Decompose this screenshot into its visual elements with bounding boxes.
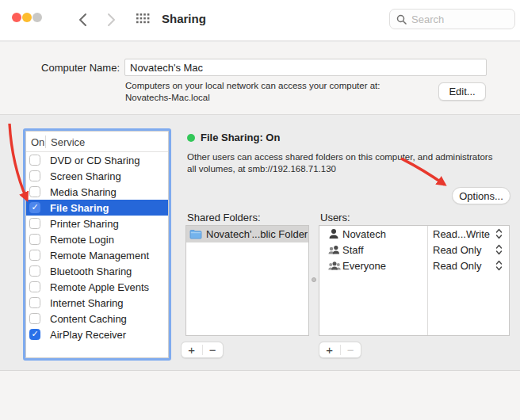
folder-icon bbox=[189, 229, 202, 239]
computer-name-section: Computer Name: Computers on your local n… bbox=[0, 42, 520, 115]
column-header-on: On bbox=[31, 136, 44, 148]
checkbox[interactable] bbox=[29, 170, 40, 181]
user-row-everyone[interactable]: Everyone Read Only bbox=[319, 258, 509, 273]
service-row-printer-sharing[interactable]: Printer Sharing bbox=[26, 216, 168, 231]
shared-folder-name: Novatech'...blic Folder bbox=[206, 228, 308, 240]
checkbox[interactable] bbox=[29, 265, 40, 277]
permission-value[interactable]: Read Only bbox=[433, 244, 481, 256]
checkbox[interactable] bbox=[29, 281, 40, 292]
options-button[interactable]: Options... bbox=[452, 187, 510, 204]
service-row-screen-sharing[interactable]: Screen Sharing bbox=[26, 168, 168, 184]
checkbox[interactable] bbox=[29, 234, 40, 245]
search-input[interactable] bbox=[411, 13, 499, 25]
close-window-button[interactable] bbox=[12, 13, 21, 22]
bottom-bar: ? bbox=[0, 370, 520, 420]
column-resize-handle[interactable] bbox=[312, 277, 316, 282]
services-list-header: On Service bbox=[26, 132, 168, 152]
status-green-dot-icon bbox=[187, 134, 195, 142]
permission-stepper-icon[interactable] bbox=[495, 244, 503, 255]
service-row-internet-sharing[interactable]: Internet Sharing bbox=[26, 295, 168, 311]
file-sharing-status: File Sharing: On bbox=[201, 132, 280, 143]
edit-button[interactable]: Edit... bbox=[438, 82, 486, 101]
user-name: Staff bbox=[342, 244, 364, 256]
service-row-airplay-receiver[interactable]: AirPlay Receiver bbox=[26, 326, 168, 342]
local-network-description: Computers on your local network can acce… bbox=[125, 80, 380, 104]
page-title: Sharing bbox=[162, 12, 206, 25]
permission-stepper-icon[interactable] bbox=[495, 260, 503, 271]
service-row-remote-management[interactable]: Remote Management bbox=[26, 247, 168, 263]
service-row-media-sharing[interactable]: Media Sharing bbox=[26, 184, 168, 200]
file-sharing-description: Other users can access shared folders on… bbox=[187, 151, 492, 175]
checkbox[interactable] bbox=[29, 297, 40, 308]
toolbar: Sharing bbox=[0, 0, 520, 41]
service-row-file-sharing[interactable]: File Sharing bbox=[26, 200, 168, 216]
service-row-bluetooth-sharing[interactable]: Bluetooth Sharing bbox=[26, 263, 168, 279]
user-row-staff[interactable]: Staff Read Only bbox=[319, 242, 509, 258]
permission-value[interactable]: Read...Write bbox=[433, 228, 490, 240]
user-row-novatech[interactable]: Novatech Read...Write bbox=[319, 226, 509, 242]
shared-folders-list[interactable]: Novatech'...blic Folder bbox=[185, 225, 309, 336]
minimize-window-button[interactable] bbox=[22, 13, 32, 22]
remove-user-button[interactable]: − bbox=[341, 342, 361, 357]
checkbox[interactable] bbox=[29, 202, 40, 213]
user-name: Novatech bbox=[342, 228, 386, 240]
checkbox[interactable] bbox=[29, 186, 40, 197]
remove-folder-button[interactable]: − bbox=[203, 342, 224, 357]
add-folder-button[interactable]: + bbox=[182, 342, 202, 357]
users-add-remove: + − bbox=[319, 342, 361, 358]
computer-name-input[interactable] bbox=[124, 59, 487, 76]
shared-folders-add-remove: + − bbox=[181, 342, 224, 358]
chevron-right-icon bbox=[107, 13, 116, 27]
chevron-left-icon bbox=[78, 13, 87, 27]
user-name: Everyone bbox=[342, 260, 386, 272]
zoom-window-button bbox=[32, 13, 42, 22]
column-header-service: Service bbox=[51, 136, 85, 148]
back-button[interactable] bbox=[73, 10, 92, 30]
shared-folder-row[interactable]: Novatech'...blic Folder bbox=[186, 226, 308, 242]
permission-value[interactable]: Read Only bbox=[433, 260, 481, 272]
checkbox[interactable] bbox=[29, 329, 40, 340]
search-icon bbox=[396, 14, 407, 25]
checkbox[interactable] bbox=[29, 218, 40, 229]
add-user-button[interactable]: + bbox=[319, 342, 340, 357]
show-all-grid-icon[interactable] bbox=[136, 13, 150, 27]
shared-folders-label: Shared Folders: bbox=[187, 212, 261, 223]
users-label: Users: bbox=[320, 212, 350, 223]
checkbox[interactable] bbox=[29, 250, 40, 261]
sharing-preferences-window: { "window": { "title": "Sharing" }, "too… bbox=[0, 0, 520, 420]
services-list: On Service DVD or CD Sharing Screen Shar… bbox=[23, 128, 171, 361]
forward-button[interactable] bbox=[101, 10, 120, 30]
single-user-icon bbox=[328, 228, 339, 239]
column-divider bbox=[45, 136, 46, 148]
service-row-remote-login[interactable]: Remote Login bbox=[26, 231, 168, 247]
computer-name-label: Computer Name: bbox=[16, 62, 120, 74]
search-field[interactable] bbox=[389, 9, 515, 29]
users-list[interactable]: Novatech Read...Write Staff Read Only bbox=[319, 225, 510, 336]
group-icon bbox=[328, 260, 341, 271]
checkbox[interactable] bbox=[29, 313, 40, 324]
two-users-icon bbox=[328, 244, 340, 255]
permission-stepper-icon[interactable] bbox=[495, 228, 503, 239]
service-row-dvd-cd-sharing[interactable]: DVD or CD Sharing bbox=[26, 152, 168, 168]
service-row-remote-apple-events[interactable]: Remote Apple Events bbox=[26, 279, 168, 295]
service-row-content-caching[interactable]: Content Caching bbox=[26, 311, 168, 326]
checkbox[interactable] bbox=[29, 155, 40, 166]
